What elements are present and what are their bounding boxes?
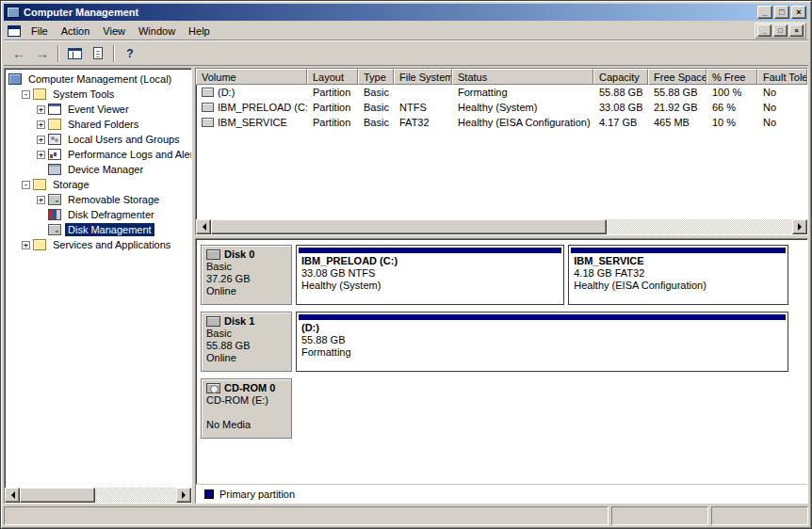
scroll-right-button[interactable] bbox=[176, 488, 191, 503]
tree-item-computer-management[interactable]: Computer Management (Local) bbox=[7, 72, 191, 87]
graphical-view-pane: Disk 0 Basic 37.26 GB Online IBM_PRELOAD… bbox=[195, 238, 808, 504]
volume-status: Healthy (EISA Configuration) bbox=[452, 117, 593, 128]
table-row-volume-service[interactable]: IBM_SERVICE Partition Basic FAT32 Health… bbox=[196, 115, 807, 130]
column-header-type[interactable]: Type bbox=[358, 69, 394, 85]
blank-line bbox=[206, 407, 286, 419]
column-header-capacity[interactable]: Capacity bbox=[593, 69, 648, 85]
volume-pct-free: 10 % bbox=[706, 117, 757, 128]
expand-box[interactable]: + bbox=[37, 196, 45, 204]
scrollbar-track[interactable] bbox=[20, 488, 176, 503]
removable-storage-icon bbox=[48, 194, 61, 205]
partition-ibm-preload-c[interactable]: IBM_PRELOAD (C:) 33.08 GB NTFS Healthy (… bbox=[296, 245, 564, 305]
tree-item-device-manager[interactable]: Device Manager bbox=[7, 162, 191, 177]
volume-pct-free: 100 % bbox=[706, 87, 757, 98]
storage-icon bbox=[33, 179, 46, 190]
disk-1-row: Disk 1 Basic 55.88 GB Online (D:) 55.88 … bbox=[201, 312, 802, 372]
performance-icon bbox=[48, 149, 61, 160]
cdrom-name: CD-ROM 0 bbox=[224, 382, 275, 394]
tree-item-shared-folders[interactable]: + Shared Folders bbox=[7, 117, 191, 132]
menubar: File Action View Window Help _ □ × bbox=[4, 21, 808, 40]
titlebar[interactable]: Computer Management _ □ × bbox=[4, 4, 808, 21]
expand-box[interactable]: + bbox=[37, 120, 45, 129]
disk-1-partitions: (D:) 55.88 GB Formatting bbox=[296, 312, 802, 372]
column-header-free-space[interactable]: Free Space bbox=[648, 69, 706, 85]
collapse-box[interactable]: - bbox=[22, 181, 30, 189]
scrollbar-thumb[interactable] bbox=[211, 219, 607, 234]
partition-status: Healthy (System) bbox=[301, 280, 559, 292]
disk-management-icon bbox=[48, 224, 61, 235]
menu-help[interactable]: Help bbox=[182, 23, 217, 40]
expand-box[interactable]: + bbox=[37, 105, 45, 114]
column-header-pct-free[interactable]: % Free bbox=[706, 69, 757, 85]
collapse-box[interactable]: - bbox=[22, 90, 30, 99]
show-hide-tree-button[interactable] bbox=[63, 43, 86, 64]
expand-box[interactable]: + bbox=[37, 136, 45, 144]
computer-icon bbox=[8, 73, 22, 85]
back-button[interactable]: ← bbox=[8, 43, 30, 64]
tree-item-label: System Tools bbox=[50, 88, 117, 101]
volume-icon bbox=[202, 88, 214, 97]
tree-item-disk-defragmenter[interactable]: Disk Defragmenter bbox=[7, 207, 191, 222]
tree-item-disk-management[interactable]: Disk Management bbox=[7, 222, 191, 237]
status-pane-tertiary bbox=[711, 506, 808, 525]
table-row-volume-c[interactable]: IBM_PRELOAD (C:) Partition Basic NTFS He… bbox=[196, 100, 807, 115]
console-tree-pane: Computer Management (Local) - System Too… bbox=[4, 68, 192, 504]
child-minimize-button[interactable]: _ bbox=[757, 24, 771, 37]
toolbar: ← → ? bbox=[4, 40, 808, 66]
maximize-button[interactable]: □ bbox=[774, 6, 789, 19]
tree-item-label: Services and Applications bbox=[50, 238, 173, 251]
help-button[interactable]: ? bbox=[119, 43, 141, 64]
tree-item-services-and-applications[interactable]: + Services and Applications bbox=[7, 237, 191, 252]
tree-item-performance-logs[interactable]: + Performance Logs and Alerts bbox=[7, 147, 191, 162]
menu-window[interactable]: Window bbox=[132, 23, 182, 40]
menu-view[interactable]: View bbox=[96, 23, 132, 40]
close-button[interactable]: × bbox=[791, 6, 806, 19]
console-tree: Computer Management (Local) - System Too… bbox=[5, 69, 191, 488]
forward-button[interactable]: → bbox=[31, 43, 54, 64]
forward-arrow-icon: → bbox=[36, 47, 49, 60]
tree-item-storage[interactable]: - Storage bbox=[7, 177, 191, 192]
properties-sheet-icon bbox=[93, 47, 103, 59]
cdrom-icon bbox=[206, 383, 220, 393]
child-restore-button[interactable]: □ bbox=[773, 24, 788, 37]
tree-item-removable-storage[interactable]: + Removable Storage bbox=[7, 192, 191, 207]
expand-box[interactable]: + bbox=[37, 151, 45, 159]
volume-layout: Partition bbox=[307, 117, 358, 128]
column-header-file-system[interactable]: File System bbox=[394, 69, 452, 85]
volume-type: Basic bbox=[358, 117, 394, 128]
console-window-icon[interactable] bbox=[8, 25, 21, 37]
partition-ibm-service[interactable]: IBM_SERVICE 4.18 GB FAT32 Healthy (EISA … bbox=[568, 245, 788, 305]
tree-horizontal-scrollbar[interactable] bbox=[5, 488, 191, 503]
column-header-layout[interactable]: Layout bbox=[307, 69, 358, 85]
menu-action[interactable]: Action bbox=[55, 23, 97, 40]
child-close-button[interactable]: × bbox=[789, 24, 804, 37]
volume-list-header: Volume Layout Type File System Status Ca… bbox=[196, 69, 807, 85]
tree-item-label: Performance Logs and Alerts bbox=[65, 148, 191, 161]
expand-box[interactable]: + bbox=[22, 241, 30, 249]
column-header-volume[interactable]: Volume bbox=[196, 69, 307, 85]
volume-icon bbox=[202, 118, 214, 127]
cdrom-0-header[interactable]: CD-ROM 0 CD-ROM (E:) No Media bbox=[201, 378, 292, 439]
volume-list-horizontal-scrollbar[interactable] bbox=[196, 219, 807, 234]
scroll-left-button[interactable] bbox=[5, 488, 20, 503]
tree-item-label: Disk Defragmenter bbox=[65, 208, 157, 221]
scroll-right-button[interactable] bbox=[792, 219, 807, 234]
toolbar-separator bbox=[113, 45, 115, 62]
disk-1-header[interactable]: Disk 1 Basic 55.88 GB Online bbox=[201, 312, 292, 372]
scrollbar-track[interactable] bbox=[211, 219, 792, 234]
disk-0-header[interactable]: Disk 0 Basic 37.26 GB Online bbox=[201, 245, 292, 305]
disk-icon bbox=[206, 316, 220, 327]
scroll-left-button[interactable] bbox=[196, 219, 211, 234]
partition-d[interactable]: (D:) 55.88 GB Formatting bbox=[296, 312, 788, 372]
tree-item-system-tools[interactable]: - System Tools bbox=[7, 87, 191, 102]
menu-file[interactable]: File bbox=[24, 23, 55, 40]
table-row-volume-d[interactable]: (D:) Partition Basic Formatting 55.88 GB… bbox=[196, 85, 807, 100]
column-header-fault-tolerance[interactable]: Fault Toler bbox=[757, 69, 807, 85]
properties-button[interactable] bbox=[87, 43, 109, 64]
column-header-status[interactable]: Status bbox=[452, 69, 593, 85]
tree-item-local-users-and-groups[interactable]: + Local Users and Groups bbox=[7, 132, 191, 147]
minimize-button[interactable]: _ bbox=[757, 6, 772, 19]
tree-item-label: Computer Management (Local) bbox=[25, 72, 174, 86]
scrollbar-thumb[interactable] bbox=[20, 488, 95, 503]
tree-item-event-viewer[interactable]: + Event Viewer bbox=[7, 102, 191, 117]
